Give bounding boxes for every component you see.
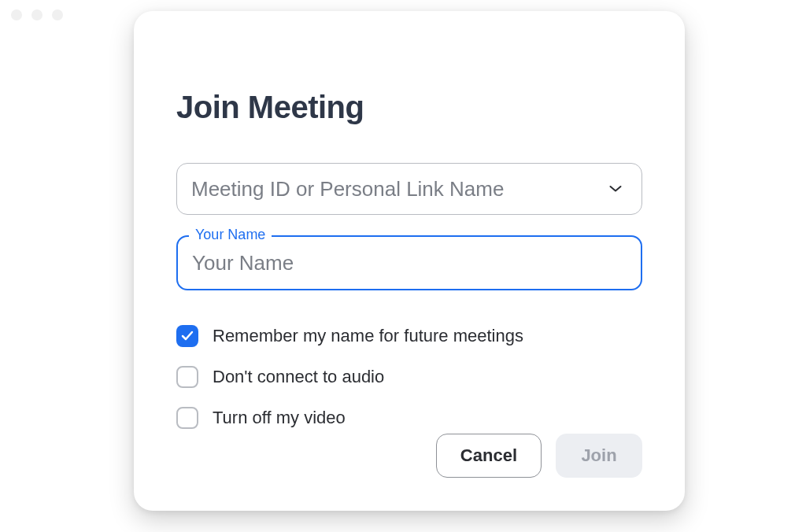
traffic-light-close[interactable] bbox=[11, 9, 22, 20]
dialog-title: Join Meeting bbox=[176, 90, 642, 125]
name-field-label: Your Name bbox=[189, 227, 272, 243]
button-row: Cancel Join bbox=[436, 434, 642, 478]
checkbox-label-no-audio: Don't connect to audio bbox=[213, 367, 384, 387]
check-icon bbox=[181, 331, 194, 342]
checkbox-remember-name[interactable] bbox=[176, 325, 198, 347]
checkbox-row-no-audio: Don't connect to audio bbox=[176, 366, 642, 388]
checkbox-no-audio[interactable] bbox=[176, 366, 198, 388]
checkbox-row-no-video: Turn off my video bbox=[176, 407, 642, 429]
checkbox-no-video[interactable] bbox=[176, 407, 198, 429]
checkbox-label-remember-name: Remember my name for future meetings bbox=[213, 326, 523, 346]
window-traffic-lights bbox=[11, 9, 63, 20]
cancel-button[interactable]: Cancel bbox=[436, 434, 542, 478]
chevron-down-icon[interactable] bbox=[608, 182, 623, 196]
meeting-id-placeholder: Meeting ID or Personal Link Name bbox=[191, 177, 608, 201]
join-button[interactable]: Join bbox=[556, 434, 642, 478]
name-input[interactable] bbox=[176, 235, 642, 290]
traffic-light-minimize[interactable] bbox=[31, 9, 43, 20]
checkbox-label-no-video: Turn off my video bbox=[213, 408, 346, 428]
join-meeting-dialog: Join Meeting Meeting ID or Personal Link… bbox=[134, 11, 685, 511]
name-field-wrapper: Your Name bbox=[176, 235, 642, 290]
meeting-id-field[interactable]: Meeting ID or Personal Link Name bbox=[176, 163, 642, 215]
checkbox-row-remember-name: Remember my name for future meetings bbox=[176, 325, 642, 347]
traffic-light-maximize[interactable] bbox=[52, 9, 63, 20]
